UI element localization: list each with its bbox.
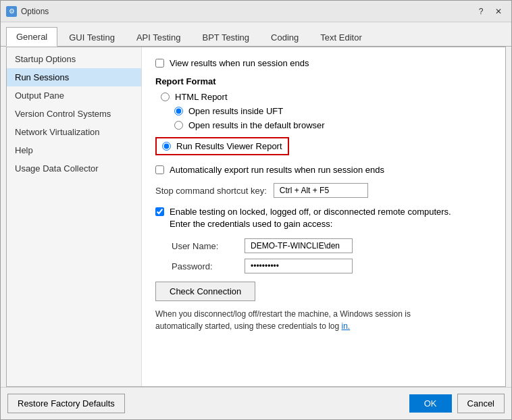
view-results-label: View results when run session ends — [170, 58, 309, 68]
tab-text-editor[interactable]: Text Editor — [310, 28, 372, 47]
enable-testing-label: Enable testing on locked, logged off, or… — [170, 207, 451, 217]
restore-factory-defaults-button[interactable]: Restore Factory Defaults — [7, 394, 125, 413]
open-default-browser-row: Open results in the default browser — [174, 120, 492, 130]
content-area: Startup Options Run Sessions Output Pane… — [6, 47, 506, 387]
close-button[interactable]: ✕ — [491, 4, 506, 19]
tabs-bar: General GUI Testing API Testing BPT Test… — [1, 22, 511, 47]
sidebar: Startup Options Run Sessions Output Pane… — [7, 47, 142, 386]
username-label: User Name: — [172, 241, 239, 251]
credentials-grid: User Name: Password: — [172, 238, 415, 273]
auto-export-checkbox[interactable] — [155, 165, 164, 174]
report-format-label: Report Format — [155, 76, 492, 86]
enter-credentials-label: Enter the credentials used to gain acces… — [170, 219, 332, 229]
open-default-browser-label: Open results in the default browser — [188, 120, 325, 130]
check-connection-button[interactable]: Check Connection — [155, 282, 255, 301]
sidebar-item-version-control[interactable]: Version Control Systems — [7, 105, 141, 123]
main-content: View results when run session ends Repor… — [142, 47, 505, 386]
open-inside-uft-row: Open results inside UFT — [174, 106, 492, 116]
sidebar-item-run-sessions[interactable]: Run Sessions — [7, 68, 141, 86]
help-button[interactable]: ? — [473, 4, 488, 19]
sidebar-item-output-pane[interactable]: Output Pane — [7, 86, 141, 105]
open-default-browser-radio[interactable] — [174, 121, 183, 130]
info-text-line2: automatically started, using these crede… — [155, 321, 339, 331]
run-results-viewer-box: Run Results Viewer Report — [155, 137, 289, 155]
username-input[interactable] — [245, 238, 353, 253]
cancel-button[interactable]: Cancel — [457, 394, 505, 413]
info-text-line1: When you disconnect/log off/restart the … — [155, 309, 411, 319]
auto-export-label: Automatically export run results when ru… — [170, 165, 384, 175]
ok-button[interactable]: OK — [409, 394, 452, 413]
options-window: ⚙ Options ? ✕ General GUI Testing API Te… — [0, 0, 512, 420]
enable-testing-text: Enable testing on locked, logged off, or… — [170, 206, 451, 230]
password-label: Password: — [172, 261, 239, 271]
enable-testing-row: Enable testing on locked, logged off, or… — [155, 206, 492, 230]
password-input[interactable] — [245, 259, 353, 273]
view-results-checkbox[interactable] — [155, 59, 164, 68]
report-format-group: HTML Report Open results inside UFT Open… — [161, 92, 492, 130]
stop-command-label: Stop command shortcut key: — [155, 186, 267, 196]
run-results-viewer-label: Run Results Viewer Report — [176, 141, 282, 151]
stop-command-input[interactable] — [274, 183, 368, 198]
tab-api-testing[interactable]: API Testing — [126, 28, 191, 47]
html-report-radio[interactable] — [161, 93, 170, 101]
tab-coding[interactable]: Coding — [261, 28, 309, 47]
open-inside-uft-label: Open results inside UFT — [188, 106, 283, 116]
title-bar-controls: ? ✕ — [473, 4, 506, 19]
sidebar-item-startup[interactable]: Startup Options — [7, 50, 141, 68]
run-results-viewer-radio[interactable] — [162, 142, 171, 151]
tab-bpt-testing[interactable]: BPT Testing — [192, 28, 259, 47]
tab-gui-testing[interactable]: GUI Testing — [59, 28, 125, 47]
sidebar-item-usage-data[interactable]: Usage Data Collector — [7, 159, 141, 178]
html-report-label: HTML Report — [175, 92, 228, 102]
view-results-row: View results when run session ends — [155, 58, 492, 68]
sidebar-item-network-virt[interactable]: Network Virtualization — [7, 123, 141, 141]
bottom-bar: Restore Factory Defaults OK Cancel — [1, 387, 511, 419]
stop-command-row: Stop command shortcut key: — [155, 183, 492, 198]
html-report-row: HTML Report — [161, 92, 492, 102]
tab-general[interactable]: General — [6, 27, 57, 47]
info-text: When you disconnect/log off/restart the … — [155, 308, 439, 332]
open-inside-uft-radio[interactable] — [174, 107, 183, 115]
enable-testing-checkbox[interactable] — [155, 207, 164, 216]
window-icon: ⚙ — [6, 6, 17, 17]
title-bar: ⚙ Options ? ✕ — [1, 1, 511, 22]
window-title: Options — [21, 7, 473, 16]
auto-export-row: Automatically export run results when ru… — [155, 165, 492, 175]
info-text-link[interactable]: in. — [342, 321, 351, 331]
sidebar-item-help[interactable]: Help — [7, 141, 141, 159]
